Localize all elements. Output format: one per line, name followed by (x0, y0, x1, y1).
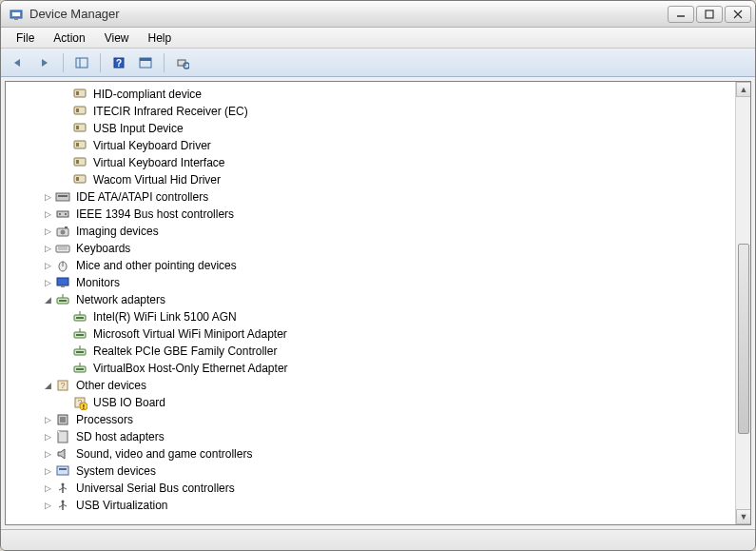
svg-rect-19 (76, 108, 79, 112)
svg-rect-29 (58, 195, 68, 197)
tree-item-label: Monitors (74, 276, 122, 289)
device-category[interactable]: ▷IDE ATA/ATAPI controllers (25, 188, 735, 206)
svg-text:?: ? (116, 58, 122, 69)
device-category[interactable]: ▷Imaging devices (25, 223, 735, 240)
device-leaf[interactable]: USB Input Device (25, 120, 735, 137)
svg-point-34 (61, 230, 66, 235)
update-driver-button[interactable] (134, 52, 157, 73)
menu-view[interactable]: View (95, 30, 139, 47)
device-leaf[interactable]: ITECIR Infrared Receiver (EC) (25, 103, 735, 120)
device-category[interactable]: ▷USB Virtualization (25, 497, 735, 514)
statusbar (1, 529, 755, 550)
device-category[interactable]: ▷System devices (25, 462, 735, 480)
maximize-button[interactable] (696, 6, 723, 23)
svg-rect-7 (76, 58, 87, 68)
device-leaf[interactable]: Microsoft Virtual WiFi Miniport Adapter (25, 325, 735, 343)
app-icon (9, 7, 24, 22)
show-hide-tree-button[interactable] (70, 52, 93, 73)
tree-item-label: Intel(R) WiFi Link 5100 AGN (91, 310, 239, 324)
toggle-spacer (59, 89, 70, 100)
toggle-spacer (59, 328, 70, 340)
tree-item-label: Realtek PCIe GBE Family Controller (91, 344, 279, 358)
menu-action[interactable]: Action (44, 30, 94, 47)
sd-icon (55, 429, 70, 444)
tree-item-label: Sound, video and game controllers (74, 447, 254, 461)
device-leaf[interactable]: HID-compliant device (25, 86, 735, 103)
device-category[interactable]: ▷Mice and other pointing devices (25, 257, 735, 274)
tree-item-label: Imaging devices (74, 225, 161, 238)
svg-rect-67 (57, 466, 68, 475)
device-leaf[interactable]: Wacom Virtual Hid Driver (25, 171, 735, 188)
device-category[interactable]: ▷Monitors (25, 274, 735, 291)
device-category[interactable]: ▷IEEE 1394 Bus host controllers (25, 206, 735, 223)
expand-toggle[interactable]: ▷ (42, 500, 53, 511)
toolbar-separator (100, 53, 101, 72)
network-icon (55, 292, 70, 307)
tree-item-label: ITECIR Infrared Receiver (EC) (91, 105, 250, 118)
device-leaf-warning[interactable]: ?!USB IO Board (25, 394, 735, 411)
svg-rect-1 (12, 12, 20, 16)
back-button[interactable] (7, 52, 29, 73)
svg-rect-27 (76, 177, 79, 181)
device-leaf[interactable]: Virtual Keyboard Driver (25, 137, 735, 154)
device-leaf[interactable]: Intel(R) WiFi Link 5100 AGN (25, 308, 735, 325)
svg-rect-16 (74, 89, 86, 97)
properties-button[interactable]: ? (107, 52, 130, 73)
svg-rect-4 (706, 10, 713, 18)
scroll-down-arrow[interactable]: ▼ (736, 509, 751, 524)
device-category-other[interactable]: ◢?Other devices (25, 377, 735, 394)
expand-toggle[interactable]: ▷ (42, 243, 53, 254)
tree-item-label: IDE ATA/ATAPI controllers (74, 190, 210, 204)
menu-file[interactable]: File (7, 30, 44, 47)
device-leaf[interactable]: Realtek PCIe GBE Family Controller (25, 343, 735, 360)
scan-hardware-button[interactable] (171, 52, 194, 73)
expand-toggle[interactable]: ▷ (42, 277, 53, 288)
device-category[interactable]: ▷Sound, video and game controllers (25, 445, 735, 462)
expand-toggle[interactable]: ▷ (42, 465, 53, 477)
close-button[interactable] (725, 6, 751, 23)
scroll-up-arrow[interactable]: ▲ (736, 82, 751, 97)
toggle-spacer (59, 157, 70, 168)
device-category[interactable]: ▷Processors (25, 411, 735, 428)
scroll-thumb[interactable] (738, 244, 749, 434)
svg-line-15 (188, 68, 189, 69)
minimize-button[interactable] (668, 6, 694, 23)
expand-toggle[interactable]: ▷ (42, 414, 53, 425)
collapse-toggle[interactable]: ◢ (42, 380, 53, 391)
device-leaf[interactable]: VirtualBox Host-Only Ethernet Adapter (25, 360, 735, 377)
tree-item-label: VirtualBox Host-Only Ethernet Adapter (91, 362, 290, 375)
svg-rect-41 (57, 278, 68, 285)
svg-rect-50 (76, 334, 84, 336)
svg-rect-30 (57, 211, 68, 217)
device-leaf[interactable]: Virtual Keyboard Interface (25, 154, 735, 171)
expand-toggle[interactable]: ▷ (42, 260, 53, 271)
tree-item-label: USB Virtualization (74, 499, 170, 512)
expand-toggle[interactable]: ▷ (42, 208, 53, 220)
svg-rect-22 (74, 141, 86, 148)
svg-rect-25 (76, 160, 79, 164)
toggle-spacer (59, 174, 70, 186)
svg-rect-42 (61, 285, 65, 287)
device-category[interactable]: ▷SD host adapters (25, 428, 735, 445)
vertical-scrollbar[interactable]: ▲ ▼ (735, 82, 750, 524)
window-controls (668, 6, 751, 23)
expand-toggle[interactable]: ▷ (42, 226, 53, 237)
device-category-network[interactable]: ◢Network adapters (25, 291, 735, 308)
device-category[interactable]: ▷Universal Serial Bus controllers (25, 480, 735, 497)
collapse-toggle[interactable]: ◢ (42, 294, 53, 305)
svg-rect-12 (140, 58, 151, 61)
device-category[interactable]: ▷Keyboards (25, 240, 735, 257)
menu-help[interactable]: Help (139, 30, 182, 47)
device-tree[interactable]: HID-compliant deviceITECIR Infrared Rece… (6, 82, 735, 524)
sound-icon (55, 446, 70, 462)
hid-icon (72, 155, 87, 170)
expand-toggle[interactable]: ▷ (42, 431, 53, 443)
tree-item-label: IEEE 1394 Bus host controllers (74, 207, 236, 221)
svg-rect-65 (60, 417, 66, 423)
expand-toggle[interactable]: ▷ (42, 448, 53, 460)
expand-toggle[interactable]: ▷ (42, 482, 53, 494)
toggle-spacer (59, 106, 70, 117)
forward-button[interactable] (33, 52, 56, 73)
expand-toggle[interactable]: ▷ (42, 191, 53, 203)
tree-item-label: HID-compliant device (91, 88, 204, 101)
